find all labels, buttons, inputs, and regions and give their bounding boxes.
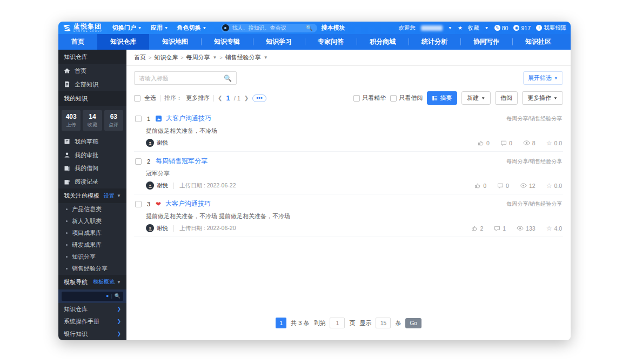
sidebar-template-product-info[interactable]: 产品信息类 [58, 203, 126, 215]
goto-page-input[interactable] [330, 318, 345, 328]
borrow-button[interactable]: 借阅 [495, 91, 518, 105]
more-operations-button[interactable]: 更多操作▼ [522, 91, 563, 105]
only-borrowed-checkbox[interactable] [390, 95, 397, 102]
new-button[interactable]: 新建▼ [461, 91, 491, 105]
expand-filter-button[interactable]: 展开筛选 ▼ [523, 71, 563, 85]
tab-collaboration[interactable]: 协同写作 [460, 34, 512, 50]
chevron-down-icon[interactable]: ▼ [264, 55, 268, 60]
tree-item-system-manual[interactable]: 系统操作手册❯ [58, 315, 126, 328]
tab-knowledge-album[interactable]: 知识专辑 [201, 34, 253, 50]
tab-statistics[interactable]: 统计分析 [409, 34, 460, 50]
sidebar-item-all-knowledge[interactable]: 全部知识 [58, 78, 126, 91]
tab-knowledge-map[interactable]: 知识地图 [149, 34, 201, 50]
sidebar-item-drafts[interactable]: 我的草稿 [58, 135, 126, 149]
menu-switch-portal[interactable]: 切换门户▼ [112, 24, 142, 32]
stat-favorites[interactable]: 14 收藏 [83, 110, 102, 131]
settings-link[interactable]: 设置 [104, 192, 115, 200]
like-count[interactable]: 2 [471, 225, 483, 232]
like-count[interactable]: 0 [478, 140, 490, 146]
sidebar-item-home[interactable]: 首页 [58, 64, 126, 78]
sidebar-template-project-results[interactable]: 项目成果库 [58, 227, 126, 239]
knowledge-title-link[interactable]: 每周销售冠军分享 [156, 157, 208, 166]
comment-count[interactable]: 0 [497, 183, 509, 189]
chevron-down-icon[interactable]: ▼ [485, 26, 489, 29]
view-count[interactable]: 8 [523, 140, 536, 146]
menu-switch-role[interactable]: 角色切换▼ [177, 24, 207, 32]
author-name[interactable]: 谢悦 [157, 182, 168, 190]
view-count[interactable]: 133 [517, 225, 536, 232]
author-avatar [146, 139, 154, 147]
knowledge-title-link[interactable]: 大客户沟通技巧 [165, 199, 211, 208]
rating[interactable]: ☆4.0 [546, 225, 562, 232]
tab-expert-qa[interactable]: 专家问答 [305, 34, 357, 50]
go-button[interactable]: Go [405, 318, 421, 328]
username-blurred[interactable] [421, 25, 443, 31]
abstract-view-button[interactable]: 摘要 [427, 91, 457, 105]
only-borrowed-filter[interactable]: 只看借阅 [390, 94, 423, 102]
view-count[interactable]: ◉917 [513, 25, 531, 31]
row-checkbox[interactable] [135, 201, 142, 207]
edit-count[interactable]: ✎80 [494, 25, 508, 31]
author-name[interactable]: 谢悦 [157, 139, 168, 147]
top-bar: 蓝悦集团 LANYUE GROUP 切换门户▼ 应用▼ 角色切换▼ ☻ 找人、搜… [58, 22, 571, 34]
knowledge-list: 1 大客户沟通技巧 每周分享/销售经验分享 提前做足相关准备，不冷场 谢悦 0 … [134, 109, 563, 237]
sidebar-item-reading-history[interactable]: 阅读记录 [58, 175, 126, 188]
chevron-down-icon[interactable]: ▼ [117, 193, 121, 198]
comment-count[interactable]: 1 [494, 225, 506, 232]
sidebar-item-approvals[interactable]: 我的审批 [58, 149, 126, 162]
rating[interactable]: ☆0.0 [546, 139, 562, 147]
tab-knowledge-community[interactable]: 知识社区 [512, 34, 564, 50]
template-overview-link[interactable]: 模板概览 [93, 278, 115, 286]
stat-uploads[interactable]: 403 上传 [62, 110, 81, 131]
tab-knowledge-repo[interactable]: 知识仓库 [97, 34, 149, 50]
global-search-input[interactable]: ☻ 找人、搜知识、查会议 🔍 [221, 24, 317, 32]
chevron-down-icon[interactable]: ▼ [448, 26, 452, 29]
select-all-checkbox[interactable] [134, 95, 140, 102]
logo[interactable]: 蓝悦集团 LANYUE GROUP [63, 23, 103, 33]
sidebar-template-sales-share[interactable]: 销售经验分享 [58, 263, 126, 275]
sidebar-template-knowledge-share[interactable]: 知识分享 [58, 251, 126, 263]
menu-apps[interactable]: 应用▼ [151, 24, 169, 32]
tree-item-knowledge-repo[interactable]: 知识仓库❯ [58, 303, 126, 315]
breadcrumb-sales-share[interactable]: 销售经验分享 [225, 53, 261, 62]
page-size-input[interactable] [376, 318, 391, 328]
breadcrumb-repo[interactable]: 知识仓库 [154, 53, 178, 62]
next-page-arrow[interactable]: ❯ [244, 95, 249, 101]
breadcrumb-weekly-share[interactable]: 每周分享 [186, 53, 210, 62]
breadcrumb-home[interactable]: 首页 [134, 53, 146, 62]
help-button[interactable]: !我要报障 [536, 24, 566, 32]
search-icon[interactable]: 🔍 [224, 75, 232, 82]
page-number-button[interactable]: 1 [276, 318, 286, 328]
title-search-input[interactable] [139, 75, 224, 82]
tree-item-bank-knowledge[interactable]: 银行知识❯ [58, 328, 126, 340]
sidebar-search-input[interactable]: ● | 🔍 [62, 292, 123, 301]
prev-page-arrow[interactable]: ❮ [218, 95, 222, 101]
sidebar-template-rd-results[interactable]: 研发成果库 [58, 239, 126, 251]
sidebar-template-onboarding[interactable]: 新人入职类 [58, 215, 126, 227]
only-essence-filter[interactable]: 只看精华 [353, 94, 386, 102]
search-module-button[interactable]: 搜本模块 [322, 24, 345, 32]
more-pages-button[interactable]: ••• [252, 95, 266, 102]
tab-points-mall[interactable]: 积分商城 [357, 34, 409, 50]
chevron-down-icon[interactable]: ▼ [117, 280, 121, 285]
only-essence-checkbox[interactable] [353, 95, 360, 102]
rating[interactable]: ☆0.0 [546, 182, 562, 190]
sidebar: 知识仓库 首页 全部知识 我的知识 403 上传 14 收藏 [58, 50, 126, 340]
like-count[interactable]: 0 [474, 183, 486, 189]
favorites-menu[interactable]: 收藏 [468, 24, 479, 32]
tab-knowledge-learning[interactable]: 知识学习 [253, 34, 305, 50]
author-name[interactable]: 谢悦 [157, 225, 168, 232]
tab-home[interactable]: 首页 [58, 34, 97, 50]
comment-count[interactable]: 0 [500, 140, 512, 146]
sidebar-item-borrows[interactable]: 我的借阅 [58, 162, 126, 176]
knowledge-summary: 提前做足相关准备，不冷场 [146, 127, 562, 135]
stat-reviews[interactable]: 63 点评 [104, 110, 123, 131]
row-checkbox[interactable] [135, 158, 142, 165]
search-icon[interactable]: 🔍 [306, 25, 312, 31]
view-count[interactable]: 12 [520, 183, 536, 189]
chevron-down-icon[interactable]: ▼ [213, 55, 217, 60]
row-checkbox[interactable] [135, 116, 142, 122]
sort-more-link[interactable]: 更多排序 [186, 94, 210, 102]
search-icon[interactable]: 🔍 [115, 293, 121, 299]
knowledge-title-link[interactable]: 大客户沟通技巧 [166, 114, 211, 123]
